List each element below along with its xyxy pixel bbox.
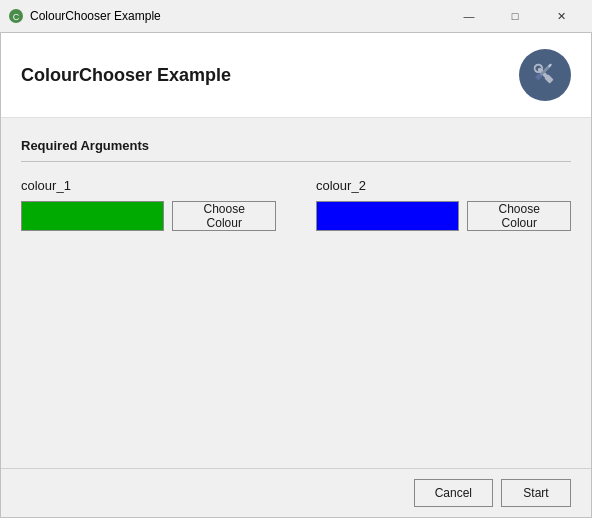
maximize-button[interactable]: □ (492, 0, 538, 32)
section-divider (21, 161, 571, 162)
app-title: ColourChooser Example (21, 65, 231, 86)
cancel-button[interactable]: Cancel (414, 479, 493, 507)
content-area: Required Arguments colour_1 Choose Colou… (1, 118, 591, 468)
footer: Cancel Start (1, 468, 591, 517)
colour-1-controls: Choose Colour (21, 201, 276, 231)
minimize-button[interactable]: — (446, 0, 492, 32)
app-icon: C (8, 8, 24, 24)
arguments-grid: colour_1 Choose Colour colour_2 Choose C… (21, 178, 571, 231)
title-bar: C ColourChooser Example — □ ✕ (0, 0, 592, 32)
colour-2-group: colour_2 Choose Colour (316, 178, 571, 231)
colour-2-swatch[interactable] (316, 201, 459, 231)
main-window: ColourChooser Example Required Arguments (0, 32, 592, 518)
close-button[interactable]: ✕ (538, 0, 584, 32)
section-title: Required Arguments (21, 138, 571, 153)
colour-1-swatch[interactable] (21, 201, 164, 231)
window-title: ColourChooser Example (30, 9, 446, 23)
start-button[interactable]: Start (501, 479, 571, 507)
choose-colour-2-button[interactable]: Choose Colour (467, 201, 571, 231)
header: ColourChooser Example (1, 33, 591, 118)
svg-text:C: C (13, 12, 20, 22)
choose-colour-1-button[interactable]: Choose Colour (172, 201, 276, 231)
tools-icon (519, 49, 571, 101)
colour-1-label: colour_1 (21, 178, 276, 193)
colour-2-label: colour_2 (316, 178, 571, 193)
colour-1-group: colour_1 Choose Colour (21, 178, 276, 231)
window-controls: — □ ✕ (446, 0, 584, 32)
colour-2-controls: Choose Colour (316, 201, 571, 231)
